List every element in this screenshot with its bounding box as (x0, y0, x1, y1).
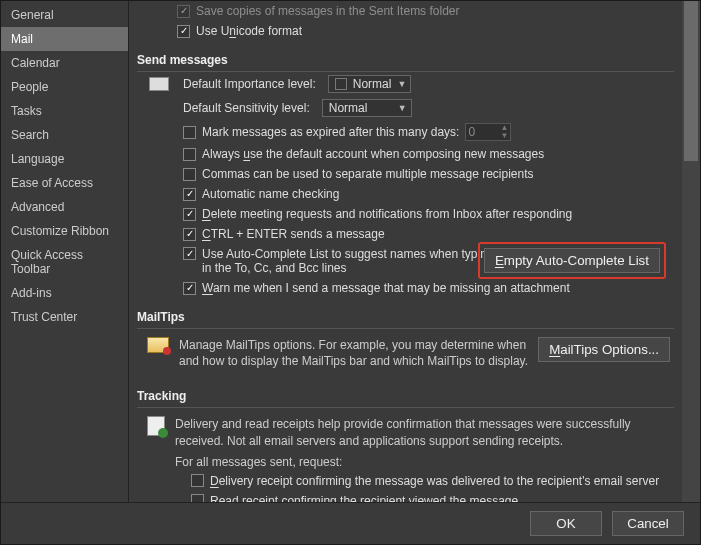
sidebar-item-calendar[interactable]: Calendar (1, 51, 128, 75)
empty-autocomplete-highlight: Empty Auto-Complete List (478, 242, 666, 279)
sidebar-item-general[interactable]: General (1, 3, 128, 27)
delivery-receipt-label: Delivery receipt confirming the message … (210, 474, 659, 488)
sensitivity-label: Default Sensitivity level: (183, 101, 310, 115)
save-copies-checkbox[interactable] (177, 5, 190, 18)
chevron-down-icon: ▼ (397, 79, 406, 89)
warn-attachment-label: Warn me when I send a message that may b… (202, 281, 570, 295)
delete-meeting-label: Delete meeting requests and notification… (202, 207, 572, 221)
auto-name-label: Automatic name checking (202, 187, 339, 201)
sidebar-item-trust-center[interactable]: Trust Center (1, 305, 128, 329)
sidebar-item-add-ins[interactable]: Add-ins (1, 281, 128, 305)
expire-label: Mark messages as expired after this many… (202, 125, 459, 139)
empty-auto-complete-button[interactable]: Empty Auto-Complete List (484, 248, 660, 273)
sidebar-item-search[interactable]: Search (1, 123, 128, 147)
read-receipt-checkbox[interactable] (191, 494, 204, 502)
sidebar-item-mail[interactable]: Mail (1, 27, 128, 51)
sidebar-item-advanced[interactable]: Advanced (1, 195, 128, 219)
ctrl-enter-label: CTRL + ENTER sends a message (202, 227, 385, 241)
mailtips-options-button[interactable]: MailTips Options... (538, 337, 670, 362)
sidebar-item-tasks[interactable]: Tasks (1, 99, 128, 123)
section-tracking: Tracking (137, 383, 674, 408)
options-content: Save copies of messages in the Sent Item… (129, 1, 682, 502)
autocomplete-checkbox[interactable] (183, 247, 196, 260)
options-dialog: { "sidebar": { "items": [ {"label": "Gen… (0, 0, 701, 545)
scroll-thumb[interactable] (684, 1, 698, 161)
sidebar-item-language[interactable]: Language (1, 147, 128, 171)
commas-checkbox[interactable] (183, 168, 196, 181)
save-copies-label: Save copies of messages in the Sent Item… (196, 4, 459, 18)
cancel-button[interactable]: Cancel (612, 511, 684, 536)
section-mailtips: MailTips (137, 304, 674, 329)
sensitivity-select[interactable]: Normal ▼ (322, 99, 412, 117)
sidebar-item-people[interactable]: People (1, 75, 128, 99)
content-scrollbar[interactable] (682, 1, 700, 502)
receipt-icon (147, 416, 165, 436)
tracking-all-sent-label: For all messages sent, request: (175, 453, 670, 471)
chevron-down-icon: ▼ (398, 103, 407, 113)
sidebar-item-ease-of-access[interactable]: Ease of Access (1, 171, 128, 195)
autocomplete-label: Use Auto-Complete List to suggest names … (202, 247, 494, 275)
default-account-checkbox[interactable] (183, 148, 196, 161)
delete-meeting-checkbox[interactable] (183, 208, 196, 221)
delivery-receipt-checkbox[interactable] (191, 474, 204, 487)
default-account-label: Always use the default account when comp… (202, 147, 544, 161)
mailtips-icon (147, 337, 169, 353)
priority-normal-icon (335, 78, 347, 90)
ctrl-enter-checkbox[interactable] (183, 228, 196, 241)
dialog-footer: OK Cancel (1, 502, 700, 544)
read-receipt-label: Read receipt confirming the recipient vi… (210, 494, 518, 502)
importance-select[interactable]: Normal ▼ (328, 75, 412, 93)
unicode-checkbox[interactable] (177, 25, 190, 38)
send-icon (149, 77, 169, 91)
commas-label: Commas can be used to separate multiple … (202, 167, 534, 181)
ok-button[interactable]: OK (530, 511, 602, 536)
options-sidebar: General Mail Calendar People Tasks Searc… (1, 1, 129, 502)
sidebar-item-customize-ribbon[interactable]: Customize Ribbon (1, 219, 128, 243)
importance-label: Default Importance level: (183, 77, 316, 91)
section-send-messages: Send messages (137, 47, 674, 72)
tracking-desc: Delivery and read receipts help provide … (175, 416, 670, 448)
warn-attachment-checkbox[interactable] (183, 282, 196, 295)
auto-name-checkbox[interactable] (183, 188, 196, 201)
expire-checkbox[interactable] (183, 126, 196, 139)
mailtips-desc: Manage MailTips options. For example, yo… (179, 337, 528, 369)
unicode-label: Use Unicode format (196, 24, 302, 38)
sidebar-item-quick-access-toolbar[interactable]: Quick Access Toolbar (1, 243, 128, 281)
expire-days-spinner[interactable]: 0 ▲▼ (465, 123, 511, 141)
